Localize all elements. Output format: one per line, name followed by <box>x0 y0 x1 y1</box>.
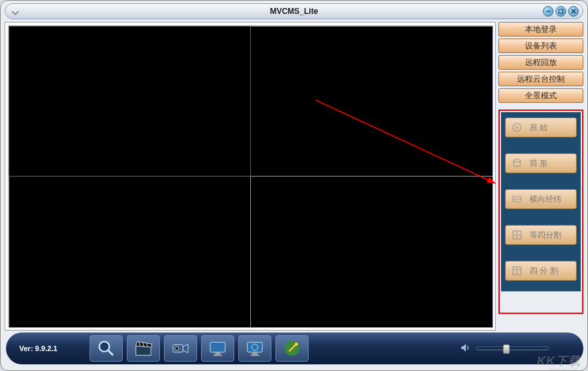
sidebar-item-label: 全景模式 <box>525 90 557 102</box>
sidebar-item-label: 设备列表 <box>525 40 557 52</box>
speaker-icon[interactable] <box>460 342 471 355</box>
wrench-gear-icon <box>282 338 302 358</box>
sidebar-device-list[interactable]: 设备列表 <box>498 38 583 53</box>
sidebar: 本地登录 设备列表 远程回放 远程云台控制 全景模式 <box>498 22 583 105</box>
panorama-item-label: 等四分割 <box>530 230 561 241</box>
svg-rect-30 <box>250 354 259 356</box>
maximize-button[interactable] <box>555 6 566 17</box>
sidebar-remote-ptz[interactable]: 远程云台控制 <box>498 72 583 86</box>
settings-tool-button[interactable] <box>275 335 309 362</box>
panorama-item-label: 四 分 割 <box>530 265 558 277</box>
svg-rect-24 <box>210 342 225 352</box>
svg-rect-29 <box>252 353 257 355</box>
svg-point-4 <box>513 123 521 131</box>
titlebar: MVCMS_Lite <box>5 3 583 19</box>
panorama-cylinder-button[interactable]: 筒 形 <box>505 153 577 173</box>
svg-point-16 <box>99 342 109 352</box>
sidebar-item-label: 远程云台控制 <box>517 74 565 85</box>
svg-line-17 <box>108 350 113 356</box>
svg-rect-1 <box>559 9 563 13</box>
search-icon <box>96 338 116 358</box>
video-channel-4[interactable] <box>251 177 493 328</box>
video-channel-2[interactable] <box>251 26 493 177</box>
panorama-panel: 原 始 筒 形 横向经纬 等四分割 四 分 割 <box>501 112 581 291</box>
video-area <box>5 22 496 331</box>
panorama-item-label: 原 始 <box>530 122 548 133</box>
panorama-item-label: 筒 形 <box>530 158 548 169</box>
svg-rect-26 <box>213 354 222 356</box>
globe-horizontal-icon <box>511 193 523 205</box>
panorama-equal-quad-button[interactable]: 等四分割 <box>505 225 577 245</box>
bottom-toolbar: Ver: 9.9.2.1 <box>6 333 583 364</box>
record-tool-button[interactable] <box>127 335 160 362</box>
sidebar-panorama-mode[interactable]: 全景模式 <box>498 88 583 103</box>
svg-point-6 <box>514 159 520 162</box>
sidebar-local-login[interactable]: 本地登录 <box>498 22 583 37</box>
window-title: MVCMS_Lite <box>270 7 319 16</box>
menu-dropdown-icon[interactable] <box>12 8 19 17</box>
cylinder-icon <box>511 157 523 169</box>
app-window: MVCMS_Lite 本地登录 设备列表 远程回放 远程云台控制 全景模式 <box>0 0 588 371</box>
video-channel-3[interactable] <box>9 177 251 328</box>
version-label: Ver: 9.9.2.1 <box>19 344 58 352</box>
disc-icon <box>511 121 523 133</box>
minimize-button[interactable] <box>543 6 553 17</box>
volume-slider[interactable] <box>476 346 549 350</box>
camera-tool-button[interactable] <box>164 335 197 362</box>
close-button[interactable] <box>568 6 579 17</box>
volume-slider-thumb[interactable] <box>503 344 510 354</box>
svg-rect-18 <box>135 346 151 355</box>
video-channel-1[interactable] <box>9 26 251 177</box>
sidebar-item-label: 本地登录 <box>525 24 557 35</box>
panorama-original-button[interactable]: 原 始 <box>505 117 577 137</box>
watermark-subtext: www.kkx.net <box>549 366 578 371</box>
svg-point-23 <box>175 346 179 350</box>
svg-rect-25 <box>215 353 220 355</box>
monitor1-tool-button[interactable] <box>201 335 234 362</box>
monitor2-tool-button[interactable] <box>238 335 271 362</box>
svg-rect-27 <box>247 342 262 352</box>
grid-equal-icon <box>511 229 523 241</box>
panorama-horizontal-button[interactable]: 横向经纬 <box>505 189 577 209</box>
panorama-item-label: 横向经纬 <box>530 194 561 205</box>
monitor-icon <box>208 338 228 358</box>
camcorder-icon <box>171 338 190 358</box>
grid-quad-icon <box>511 265 523 277</box>
sidebar-remote-playback[interactable]: 远程回放 <box>498 55 583 70</box>
panorama-quad-button[interactable]: 四 分 割 <box>505 261 577 281</box>
video-grid <box>8 25 492 327</box>
svg-point-5 <box>516 127 518 129</box>
clapperboard-icon <box>133 338 153 358</box>
search-tool-button[interactable] <box>90 335 123 362</box>
sidebar-item-label: 远程回放 <box>525 57 557 68</box>
monitor-globe-icon <box>245 338 265 358</box>
